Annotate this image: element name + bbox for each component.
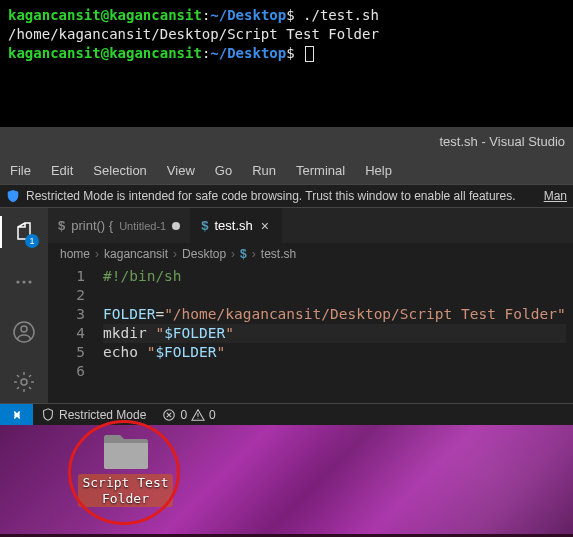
svg-point-0 <box>16 280 19 283</box>
editor-area: $print() {Untitled-1$test.sh× home›kagan… <box>48 208 573 403</box>
terminal-output: /home/kagancansit/Desktop/Script Test Fo… <box>8 25 565 44</box>
code-line-3[interactable]: FOLDER="/home/kagancansit/Desktop/Script… <box>103 305 566 324</box>
code-line-5[interactable]: echo "$FOLDER" <box>103 343 566 362</box>
shell-icon: $ <box>201 218 208 233</box>
desktop-folder[interactable]: Script Test Folder <box>78 430 173 507</box>
shield-icon <box>6 189 20 203</box>
folder-icon <box>102 430 150 472</box>
status-bar: Restricted Mode 0 0 <box>0 403 573 425</box>
window-title: test.sh - Visual Studio <box>0 127 573 157</box>
menu-bar: FileEditSelectionViewGoRunTerminalHelp <box>0 157 573 184</box>
svg-point-1 <box>22 280 25 283</box>
explorer-badge: 1 <box>25 234 39 248</box>
breadcrumb-item[interactable]: test.sh <box>261 247 296 261</box>
tab-bar: $print() {Untitled-1$test.sh× <box>48 208 573 243</box>
breadcrumb-sep: › <box>252 247 256 261</box>
shield-icon <box>41 408 55 422</box>
terminal-line-1: kagancansit@kagancansit:~/Desktop$ ./tes… <box>8 6 565 25</box>
error-icon <box>162 408 176 422</box>
code-editor[interactable]: 123456 #!/bin/sh FOLDER="/home/kagancans… <box>48 265 573 403</box>
breadcrumb-item[interactable]: home <box>60 247 90 261</box>
svg-point-2 <box>28 280 31 283</box>
status-restricted[interactable]: Restricted Mode <box>33 408 154 422</box>
desktop[interactable]: Script Test Folder <box>0 425 573 534</box>
svg-point-4 <box>21 326 27 332</box>
terminal[interactable]: kagancansit@kagancansit:~/Desktop$ ./tes… <box>0 0 573 127</box>
folder-label: Script Test Folder <box>78 474 173 507</box>
terminal-cursor <box>305 46 314 62</box>
restricted-banner: Restricted Mode is intended for safe cod… <box>0 184 573 208</box>
tab-1[interactable]: $test.sh× <box>191 208 282 243</box>
breadcrumb-item[interactable]: kagancansit <box>104 247 168 261</box>
settings-gear-icon[interactable] <box>10 368 38 396</box>
breadcrumb-sep: › <box>231 247 235 261</box>
close-icon[interactable]: × <box>259 218 271 234</box>
explorer-icon[interactable]: 1 <box>10 218 38 246</box>
accounts-icon[interactable] <box>10 318 38 346</box>
prompt-path: ~/Desktop <box>210 7 286 23</box>
breadcrumb-item[interactable]: $ <box>240 247 247 261</box>
svg-point-5 <box>21 379 27 385</box>
breadcrumb-sep: › <box>173 247 177 261</box>
terminal-line-3: kagancansit@kagancansit:~/Desktop$ <box>8 44 565 63</box>
more-icon[interactable] <box>10 268 38 296</box>
line-number: 2 <box>48 286 85 305</box>
banner-manage-link[interactable]: Man <box>544 189 567 203</box>
remote-indicator[interactable] <box>0 404 33 426</box>
line-number: 1 <box>48 267 85 286</box>
terminal-command: ./test.sh <box>303 7 379 23</box>
tab-0[interactable]: $print() {Untitled-1 <box>48 208 191 243</box>
line-number: 5 <box>48 343 85 362</box>
menu-go[interactable]: Go <box>209 161 238 180</box>
status-problems[interactable]: 0 0 <box>154 408 223 422</box>
tab-label: print() { <box>71 218 113 233</box>
line-gutter: 123456 <box>48 265 103 403</box>
line-number: 4 <box>48 324 85 343</box>
menu-file[interactable]: File <box>4 161 37 180</box>
warning-icon <box>191 408 205 422</box>
menu-selection[interactable]: Selection <box>87 161 152 180</box>
menu-terminal[interactable]: Terminal <box>290 161 351 180</box>
shell-icon: $ <box>58 218 65 233</box>
activity-bar: 1 <box>0 208 48 403</box>
prompt-user: kagancansit@kagancansit <box>8 7 202 23</box>
vscode-window: test.sh - Visual Studio FileEditSelectio… <box>0 127 573 425</box>
menu-run[interactable]: Run <box>246 161 282 180</box>
menu-view[interactable]: View <box>161 161 201 180</box>
menu-help[interactable]: Help <box>359 161 398 180</box>
code-line-1[interactable]: #!/bin/sh <box>103 267 566 286</box>
banner-text: Restricted Mode is intended for safe cod… <box>26 189 538 203</box>
tab-label: test.sh <box>214 218 252 233</box>
dirty-indicator <box>172 222 180 230</box>
breadcrumb-sep: › <box>95 247 99 261</box>
code-line-6[interactable] <box>103 362 566 381</box>
line-number: 3 <box>48 305 85 324</box>
breadcrumb-item[interactable]: Desktop <box>182 247 226 261</box>
code-line-2[interactable] <box>103 286 566 305</box>
line-number: 6 <box>48 362 85 381</box>
breadcrumb[interactable]: home›kagancansit›Desktop›$›test.sh <box>48 243 573 265</box>
tab-sublabel: Untitled-1 <box>119 220 166 232</box>
code-lines[interactable]: #!/bin/sh FOLDER="/home/kagancansit/Desk… <box>103 265 566 403</box>
code-line-4[interactable]: mkdir "$FOLDER" <box>103 324 566 343</box>
menu-edit[interactable]: Edit <box>45 161 79 180</box>
